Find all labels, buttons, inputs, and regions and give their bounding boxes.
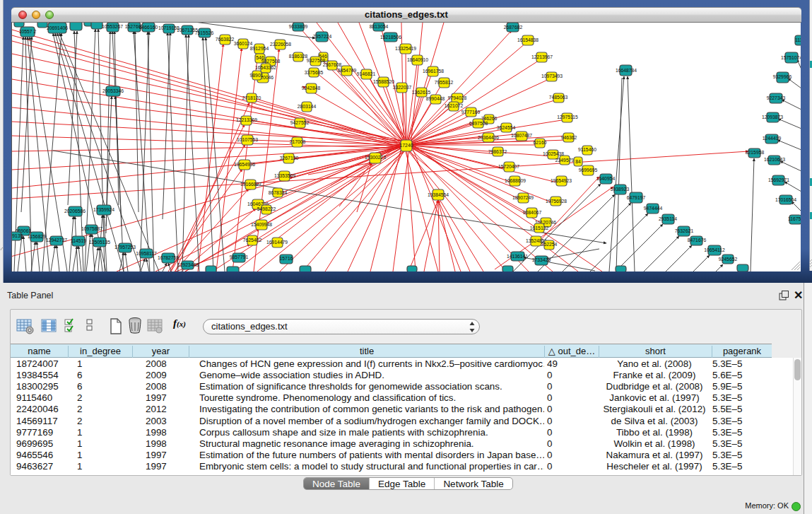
svg-text:10688609: 10688609 xyxy=(505,178,526,183)
svg-text:10107553: 10107553 xyxy=(237,137,258,142)
svg-text:15720407: 15720407 xyxy=(498,164,519,169)
svg-text:23226058: 23226058 xyxy=(270,42,291,47)
svg-text:16648784: 16648784 xyxy=(616,68,637,73)
svg-text:3624554: 3624554 xyxy=(497,125,516,130)
svg-text:17016504: 17016504 xyxy=(775,197,796,202)
svg-text:2349579: 2349579 xyxy=(555,158,575,163)
svg-text:20053346: 20053346 xyxy=(102,88,124,93)
svg-text:2687682: 2687682 xyxy=(504,25,523,30)
svg-text:2718170: 2718170 xyxy=(242,95,261,100)
svg-text:16914479: 16914479 xyxy=(266,240,288,245)
svg-text:8990448: 8990448 xyxy=(426,96,445,101)
svg-text:8678334: 8678334 xyxy=(269,190,288,195)
svg-text:1156829: 1156829 xyxy=(28,234,46,239)
svg-text:1615132: 1615132 xyxy=(530,226,549,230)
svg-text:3267130: 3267130 xyxy=(280,156,299,160)
svg-text:6497508: 6497508 xyxy=(469,121,488,126)
svg-text:8215958: 8215958 xyxy=(746,150,765,155)
svg-text:7986372: 7986372 xyxy=(488,149,507,154)
svg-text:98901: 98901 xyxy=(250,73,264,78)
svg-text:8186328: 8186328 xyxy=(289,54,308,59)
svg-text:12213369: 12213369 xyxy=(236,117,257,122)
svg-text:3660124: 3660124 xyxy=(234,41,253,46)
svg-text:9427552: 9427552 xyxy=(290,120,310,125)
svg-text:9857791: 9857791 xyxy=(230,255,249,259)
svg-text:8454749: 8454749 xyxy=(338,68,357,73)
svg-text:19384554: 19384554 xyxy=(428,192,449,197)
svg-text:15218506: 15218506 xyxy=(380,35,401,40)
svg-text:12505135: 12505135 xyxy=(89,240,110,245)
svg-text:19300273: 19300273 xyxy=(365,155,386,160)
svg-text:116753: 116753 xyxy=(788,216,801,221)
svg-text:5498222: 5498222 xyxy=(257,206,276,211)
svg-text:9242848: 9242848 xyxy=(302,86,321,90)
svg-text:1621072: 1621072 xyxy=(445,103,464,108)
svg-text:2367608: 2367608 xyxy=(323,62,342,67)
svg-text:20364436: 20364436 xyxy=(478,135,499,140)
svg-text:19166827: 19166827 xyxy=(240,182,261,187)
svg-text:6466160: 6466160 xyxy=(139,25,158,30)
svg-text:5938923: 5938923 xyxy=(611,187,630,192)
svg-text:17957253: 17957253 xyxy=(114,245,136,250)
svg-text:9146821: 9146821 xyxy=(357,71,376,76)
svg-text:10807487: 10807487 xyxy=(511,133,532,138)
svg-text:18640910: 18640910 xyxy=(407,57,428,62)
svg-text:7663822: 7663822 xyxy=(216,37,235,42)
svg-text:17359924: 17359924 xyxy=(93,207,114,212)
svg-text:20206586: 20206586 xyxy=(64,209,86,214)
svg-text:62160: 62160 xyxy=(534,140,547,145)
svg-text:9327508: 9327508 xyxy=(261,59,281,64)
svg-text:19654923: 19654923 xyxy=(551,178,572,183)
svg-text:9245652: 9245652 xyxy=(719,257,738,262)
svg-text:10553267: 10553267 xyxy=(102,24,123,29)
svg-text:15716: 15716 xyxy=(280,256,293,261)
svg-text:1640954: 1640954 xyxy=(596,176,616,181)
svg-text:9115460: 9115460 xyxy=(578,147,596,152)
svg-text:16543362: 16543362 xyxy=(255,65,276,70)
svg-text:16154838: 16154838 xyxy=(517,37,539,42)
svg-text:17240: 17240 xyxy=(400,143,413,148)
svg-text:6479197: 6479197 xyxy=(627,195,646,200)
svg-text:15409948: 15409948 xyxy=(251,222,272,227)
svg-text:3375685: 3375685 xyxy=(305,70,324,75)
svg-text:8912954: 8912954 xyxy=(250,46,269,51)
svg-text:9033809: 9033809 xyxy=(289,24,308,29)
svg-text:9227343: 9227343 xyxy=(767,95,786,100)
svg-text:39139: 39139 xyxy=(12,233,23,238)
svg-text:3322037: 3322037 xyxy=(393,85,412,90)
svg-text:7632621: 7632621 xyxy=(675,228,694,233)
svg-text:7357224: 7357224 xyxy=(313,34,332,39)
svg-text:19654936: 19654936 xyxy=(234,162,255,167)
svg-text:18907249: 18907249 xyxy=(512,195,534,200)
svg-text:15588520: 15588520 xyxy=(373,79,394,84)
svg-text:7625402: 7625402 xyxy=(243,238,262,243)
svg-text:9699695: 9699695 xyxy=(579,168,598,173)
svg-text:252254: 252254 xyxy=(541,242,558,247)
svg-text:12975115: 12975115 xyxy=(557,115,578,119)
svg-text:1112: 1112 xyxy=(795,37,801,42)
svg-text:10973493: 10973493 xyxy=(541,74,563,78)
svg-text:8471676: 8471676 xyxy=(688,238,707,243)
svg-text:9474444: 9474444 xyxy=(644,206,663,211)
svg-text:2803144: 2803144 xyxy=(298,104,317,109)
svg-text:7485063: 7485063 xyxy=(549,95,568,100)
svg-text:9794028: 9794028 xyxy=(448,95,467,100)
svg-text:2935114: 2935114 xyxy=(659,216,677,221)
svg-text:16210643: 16210643 xyxy=(764,157,785,162)
svg-text:19756928: 19756928 xyxy=(546,199,567,204)
svg-text:10557 2: 10557 2 xyxy=(19,29,37,34)
svg-text:8813054: 8813054 xyxy=(370,24,389,29)
svg-text:13353569: 13353569 xyxy=(274,173,295,178)
svg-text:217008: 217008 xyxy=(290,139,306,144)
svg-text:9084067: 9084067 xyxy=(523,210,542,215)
svg-text:114519: 114519 xyxy=(71,238,86,243)
svg-text:946362: 946362 xyxy=(561,135,577,140)
svg-text:12213967: 12213967 xyxy=(531,54,553,59)
svg-text:20691406: 20691406 xyxy=(47,25,68,30)
svg-text:12942737: 12942737 xyxy=(46,238,67,243)
svg-text:14136141: 14136141 xyxy=(507,254,528,259)
svg-text:9329966: 9329966 xyxy=(773,74,792,79)
svg-text:10975887: 10975887 xyxy=(81,226,102,231)
svg-text:1362615: 1362615 xyxy=(412,90,431,95)
svg-text:16782759: 16782759 xyxy=(158,255,179,260)
